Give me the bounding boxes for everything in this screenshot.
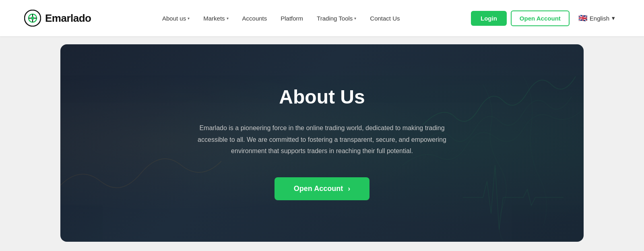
open-account-button-hero[interactable]: Open Account › xyxy=(275,177,369,200)
language-selector[interactable]: 🇬🇧 English ▾ xyxy=(574,10,620,26)
markets-chevron-icon: ▾ xyxy=(227,16,229,21)
nav-about[interactable]: About us ▾ xyxy=(157,12,195,25)
nav-markets[interactable]: Markets ▾ xyxy=(198,12,234,25)
logo[interactable]: Emarlado xyxy=(24,10,91,27)
logo-icon xyxy=(24,10,41,27)
language-chevron-icon: ▾ xyxy=(612,15,615,22)
flag-icon: 🇬🇧 xyxy=(578,14,587,23)
trading-tools-chevron-icon: ▾ xyxy=(354,16,356,21)
nav-trading-tools[interactable]: Trading Tools ▾ xyxy=(311,12,362,25)
open-account-button-header[interactable]: Open Account xyxy=(511,10,570,26)
hero-description: Emarlado is a pioneering force in the on… xyxy=(193,122,451,157)
nav-accounts[interactable]: Accounts xyxy=(237,12,273,25)
hero-section: About Us Emarlado is a pioneering force … xyxy=(60,44,584,242)
main-content: About Us Emarlado is a pioneering force … xyxy=(0,36,644,251)
main-nav: About us ▾ Markets ▾ Accounts Platform T… xyxy=(157,12,406,25)
nav-contact-us[interactable]: Contact Us xyxy=(364,12,405,25)
hero-title: About Us xyxy=(279,86,365,108)
header: Emarlado About us ▾ Markets ▾ Accounts P… xyxy=(0,0,644,36)
nav-platform[interactable]: Platform xyxy=(275,12,309,25)
logo-text: Emarlado xyxy=(45,12,91,25)
login-button[interactable]: Login xyxy=(471,11,507,26)
header-actions: Login Open Account 🇬🇧 English ▾ xyxy=(471,10,620,26)
cta-arrow-icon: › xyxy=(348,185,350,193)
language-label: English xyxy=(590,15,609,22)
svg-point-2 xyxy=(31,17,34,20)
about-chevron-icon: ▾ xyxy=(188,16,190,21)
